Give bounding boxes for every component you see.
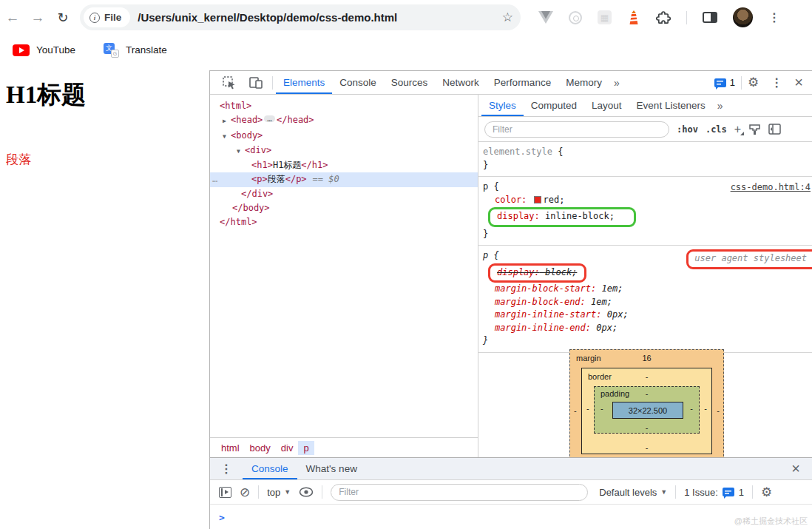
- computed-panel-toggle-icon[interactable]: [768, 124, 781, 135]
- tree-row-h1[interactable]: <h1>H1标题</h1>: [210, 158, 478, 172]
- url-text[interactable]: /Users/unix_kernel/Desktop/demo/css-demo…: [138, 11, 501, 24]
- devtools-menu-icon[interactable]: ⋮: [765, 75, 788, 90]
- breadcrumb-html[interactable]: html: [216, 441, 245, 455]
- styles-filter-input[interactable]: [484, 121, 669, 138]
- box-model-margin[interactable]: margin 16 - - border - - - - padding - -…: [569, 349, 724, 457]
- tree-row-html-close[interactable]: </html>: [210, 215, 478, 229]
- bookmarks-bar: YouTube 文 G Translate: [0, 35, 812, 65]
- tab-network[interactable]: Network: [435, 71, 487, 94]
- issues-counter[interactable]: 1 Issue: 1: [684, 487, 744, 498]
- tab-layout[interactable]: Layout: [584, 95, 629, 116]
- stylesheet-source-link[interactable]: css-demo.html:4: [731, 181, 811, 195]
- side-panel-icon[interactable]: [703, 12, 717, 23]
- box-model-border[interactable]: border - - - - padding - - - - 32×22.500: [581, 368, 712, 454]
- live-expression-eye-icon[interactable]: [299, 487, 314, 497]
- css-property-color[interactable]: color: red;: [483, 194, 805, 207]
- devtools-panel: Elements Console Sources Network Perform…: [209, 70, 812, 529]
- row-more-icon[interactable]: …: [212, 172, 218, 186]
- devtools-close-icon[interactable]: ×: [788, 74, 812, 91]
- pseudo-state-button[interactable]: :hov: [677, 124, 698, 135]
- bookmark-translate[interactable]: 文 G Translate: [104, 43, 167, 58]
- bookmark-youtube[interactable]: YouTube: [13, 44, 75, 56]
- tab-event-listeners[interactable]: Event Listeners: [629, 95, 713, 116]
- reload-icon[interactable]: ↻: [50, 10, 75, 26]
- tree-row-div-close[interactable]: </div>: [210, 187, 478, 201]
- tab-elements[interactable]: Elements: [276, 71, 332, 94]
- expand-arrow-icon[interactable]: ▶: [223, 114, 231, 128]
- collapsed-ellipsis[interactable]: …: [264, 115, 275, 122]
- margin-top-value[interactable]: 16: [570, 354, 723, 363]
- context-selector[interactable]: top▼: [267, 487, 291, 498]
- browser-menu-icon[interactable]: ⋮: [768, 10, 780, 24]
- tree-row-body[interactable]: ▼<body>: [210, 129, 478, 144]
- console-settings-icon[interactable]: ⚙: [761, 485, 772, 500]
- element-style-section[interactable]: element.style { }: [478, 142, 812, 177]
- extension-grid-icon[interactable]: ▦: [598, 10, 612, 24]
- console-drawer: ⋮ Console What's new × ⊘ top▼ Default le…: [210, 457, 812, 529]
- box-model-padding[interactable]: padding - - - - 32×22.500: [594, 386, 700, 434]
- css-property-margin-block-end[interactable]: margin-block-end: 1em;: [483, 296, 805, 309]
- tree-row-html[interactable]: <html>: [210, 99, 478, 113]
- breadcrumb-div[interactable]: div: [276, 441, 299, 455]
- page-paragraph: 段落: [6, 151, 31, 168]
- breadcrumb-p[interactable]: p: [298, 441, 314, 455]
- tab-console[interactable]: Console: [332, 71, 384, 94]
- bookmark-star-icon[interactable]: ☆: [502, 10, 513, 25]
- log-levels-selector[interactable]: Default levels▼: [599, 487, 667, 498]
- breadcrumb-body[interactable]: body: [245, 441, 276, 455]
- toolbar-separator: [686, 11, 687, 24]
- tab-styles[interactable]: Styles: [481, 95, 524, 116]
- device-toolbar-icon[interactable]: [243, 76, 269, 90]
- issues-button[interactable]: 1: [708, 77, 741, 88]
- extensions-puzzle-icon[interactable]: [656, 10, 671, 25]
- profile-avatar[interactable]: [733, 7, 753, 27]
- file-scheme-chip[interactable]: i File: [84, 7, 130, 27]
- youtube-icon: [13, 44, 30, 56]
- tree-row-p-selected[interactable]: …<p>段落</p>== $0: [210, 172, 478, 186]
- tree-row-body-close[interactable]: </body>: [210, 201, 478, 215]
- drawer-tab-whats-new[interactable]: What's new: [297, 458, 366, 479]
- css-property-margin-inline-start[interactable]: margin-inline-start: 0px;: [483, 309, 805, 322]
- css-rule-authored[interactable]: css-demo.html:4 p { color: red; display:…: [478, 177, 812, 246]
- drawer-menu-icon[interactable]: ⋮: [217, 462, 243, 476]
- info-icon[interactable]: i: [89, 13, 100, 23]
- tab-memory[interactable]: Memory: [558, 71, 609, 94]
- rendering-brush-icon[interactable]: [748, 124, 761, 135]
- tab-sources[interactable]: Sources: [384, 71, 436, 94]
- css-property-margin-inline-end[interactable]: margin-inline-end: 0px;: [483, 322, 805, 335]
- url-bar[interactable]: i File /Users/unix_kernel/Desktop/demo/c…: [80, 4, 521, 30]
- settings-gear-icon[interactable]: ⚙: [742, 75, 765, 90]
- console-sidebar-icon[interactable]: [219, 487, 231, 498]
- tree-row-div[interactable]: ▼<div>: [210, 144, 478, 158]
- css-rule-user-agent[interactable]: user agent stylesheet p { display: block…: [478, 246, 812, 353]
- collapse-arrow-icon[interactable]: ▼: [223, 129, 231, 144]
- css-property-display[interactable]: display: inline-block;: [483, 206, 805, 228]
- extension-circle-icon[interactable]: [569, 11, 582, 24]
- drawer-tab-console[interactable]: Console: [243, 458, 297, 479]
- new-style-rule-icon[interactable]: +: [734, 123, 741, 136]
- more-sidebar-tabs-icon[interactable]: »: [713, 100, 728, 112]
- more-tabs-icon[interactable]: »: [609, 77, 624, 89]
- tab-computed[interactable]: Computed: [524, 95, 584, 116]
- styles-sidebar: Styles Computed Layout Event Listeners »…: [478, 95, 812, 457]
- vue-devtools-icon[interactable]: [538, 11, 553, 24]
- box-model-content[interactable]: 32×22.500: [612, 402, 683, 419]
- color-swatch[interactable]: [534, 196, 541, 203]
- translate-icon: 文 G: [104, 43, 119, 58]
- watermark: @稀土掘金技术社区: [734, 516, 808, 527]
- collapse-arrow-icon[interactable]: ▼: [237, 144, 245, 158]
- console-prompt[interactable]: >: [210, 505, 812, 523]
- class-toggle-button[interactable]: .cls: [706, 124, 727, 135]
- tree-row-head[interactable]: ▶<head>…</head>: [210, 113, 478, 128]
- toolbar-separator: [675, 485, 676, 499]
- tab-performance[interactable]: Performance: [487, 71, 558, 94]
- lighthouse-icon[interactable]: [627, 10, 640, 25]
- drawer-close-icon[interactable]: ×: [791, 460, 805, 477]
- extensions-row: ▦ ⋮: [538, 7, 780, 27]
- clear-console-icon[interactable]: ⊘: [240, 485, 250, 500]
- css-property-margin-block-start[interactable]: margin-block-start: 1em;: [483, 283, 805, 296]
- forward-icon[interactable]: →: [25, 10, 50, 26]
- back-icon[interactable]: ←: [0, 10, 25, 26]
- console-filter-input[interactable]: [331, 484, 588, 501]
- inspect-element-icon[interactable]: [216, 75, 243, 90]
